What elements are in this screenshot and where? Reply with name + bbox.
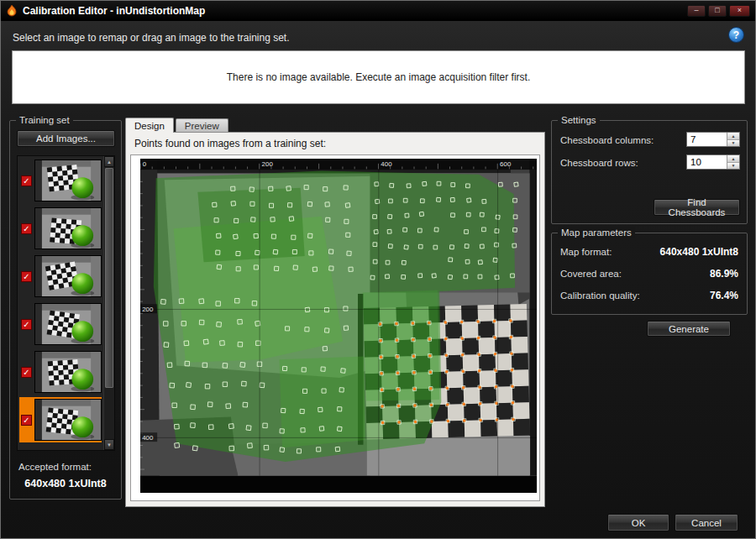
chessboard-columns-value[interactable]: 7 [687,133,727,146]
chessboard-rows-value[interactable]: 10 [687,155,727,169]
training-list-items: ✓ ✓ ✓ [18,156,103,450]
accepted-format-value: 640x480 1xUInt8 [10,478,121,489]
settings-title: Settings [558,114,600,126]
no-image-notice: There is no image available. Execute an … [12,50,745,104]
item-thumbnail [34,160,102,201]
map-parameters-title: Map parameters [558,227,635,238]
columns-spin-down-icon[interactable]: ▼ [727,140,739,147]
design-tab-panel: Points found on images from a training s… [125,132,545,507]
chessboard-rows-stepper[interactable]: 10 ▲ ▼ [686,154,740,170]
green-sphere [71,416,93,437]
training-set-item[interactable]: ✓ [19,254,102,299]
map-format-label: Map format: [560,247,612,257]
tab-design[interactable]: Design [125,118,174,133]
green-sphere [71,273,93,294]
training-set-title: Training set [16,114,73,126]
item-checkbox[interactable]: ✓ [21,367,32,378]
item-checkbox[interactable]: ✓ [21,223,32,234]
tab-preview[interactable]: Preview [176,118,228,133]
training-list[interactable]: ✓ ✓ ✓ [17,155,115,451]
scroll-up-icon[interactable]: ▲ [104,156,114,167]
settings-group: Settings Chessboard columns: 7 ▲ ▼ Chess… [551,120,748,224]
instruction-text: Select an image to remap or drag an imag… [13,32,290,44]
training-set-group: Training set Add Images... ✓ ✓ ✓ [9,120,122,500]
item-thumbnail [34,207,102,249]
maximize-button[interactable]: □ [708,5,727,17]
item-thumbnail [34,303,102,345]
item-checkbox[interactable]: ✓ [21,319,32,330]
training-set-item[interactable]: ✓ [19,349,102,395]
rows-spin-down-icon[interactable]: ▼ [727,163,739,170]
item-checkbox[interactable]: ✓ [21,415,32,426]
green-sphere [71,177,93,198]
item-checkbox[interactable]: ✓ [21,175,32,186]
covered-area-label: Covered area: [560,269,622,279]
close-button[interactable]: × [729,5,750,17]
help-icon[interactable]: ? [728,27,744,43]
training-set-item[interactable]: ✓ [19,158,102,203]
minimize-button[interactable]: – [687,5,706,17]
ruler-left-400: 400 [142,434,154,442]
training-set-item[interactable]: ✓ [19,301,102,347]
training-list-scrollbar[interactable]: ▲ ▼ [103,156,114,450]
ruler-top-400: 400 [381,160,392,168]
ruler-top-200: 200 [262,160,274,168]
map-parameters-group: Map parameters Map format: 640x480 1xUIn… [551,233,748,315]
training-set-item[interactable]: ✓ [19,397,102,442]
green-sphere [71,225,93,246]
accepted-format-label: Accepted format: [18,462,92,472]
covered-area-value: 86.9% [710,268,738,280]
calibration-quality-value: 76.4% [710,290,738,301]
titlebar[interactable]: Calibration Editor - inUndistortionMap –… [1,1,755,21]
item-thumbnail [34,351,102,393]
find-chessboards-button[interactable]: Find Chessboards [654,199,740,216]
add-images-button[interactable]: Add Images... [17,130,115,147]
green-sphere [71,369,93,390]
generate-button[interactable]: Generate [647,321,731,337]
ok-button[interactable]: OK [607,514,669,531]
map-format-value: 640x480 1xUInt8 [660,246,738,258]
item-thumbnail [34,399,102,441]
item-checkbox[interactable]: ✓ [21,271,32,282]
no-image-notice-text: There is no image available. Execute an … [227,71,531,83]
cancel-button[interactable]: Cancel [675,514,738,531]
item-thumbnail [34,255,102,297]
ruler-top-600: 600 [500,160,512,168]
app-icon [6,5,18,17]
scrollbar-thumb[interactable] [105,168,113,388]
chessboard-rows-label: Chessboard rows: [560,158,638,168]
calibration-quality-label: Calibration quality: [560,290,640,301]
ruler-left-200: 200 [142,306,154,313]
chessboard-columns-label: Chessboard columns: [560,135,654,145]
calibration-image-view[interactable]: 0 200 400 600 200 400 [130,154,540,501]
green-sphere [71,321,93,342]
training-set-item[interactable]: ✓ [19,206,102,251]
ruler-top-0: 0 [143,160,147,168]
calibration-preview-image: 0 200 400 600 200 400 [140,159,537,493]
rows-spin-up-icon[interactable]: ▲ [727,155,739,163]
window-title: Calibration Editor - inUndistortionMap [23,5,205,17]
scroll-down-icon[interactable]: ▼ [104,439,114,450]
chessboard-columns-stepper[interactable]: 7 ▲ ▼ [686,132,740,147]
columns-spin-up-icon[interactable]: ▲ [727,133,739,140]
tab-bar: Design Preview [125,118,228,133]
calibration-editor-window: Calibration Editor - inUndistortionMap –… [0,0,756,539]
canvas-caption: Points found on images from a training s… [134,138,326,149]
